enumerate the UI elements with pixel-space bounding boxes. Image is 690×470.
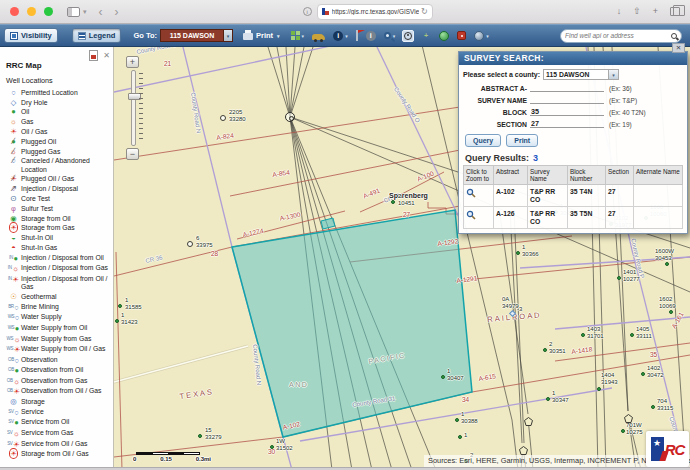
browser-chrome: ▾ ‹ › i https://gis.rrc.texas.gov/GISVie… xyxy=(0,0,690,24)
zoom-to-icon[interactable] xyxy=(464,185,494,207)
table-row[interactable]: A-102T&P RR CO35 T4N27 xyxy=(464,185,683,207)
well-marker[interactable] xyxy=(651,405,655,409)
county-input[interactable] xyxy=(543,69,609,80)
legend-item-label: Sulfur Test xyxy=(21,205,113,213)
globe-green-icon[interactable] xyxy=(438,30,450,42)
close-window-icon[interactable] xyxy=(10,7,19,16)
legend-item: ☀Storage from Oil / Gas xyxy=(0,449,113,459)
visibility-label: Visibility xyxy=(21,31,52,40)
map-label: 34 xyxy=(462,396,469,403)
well-marker[interactable] xyxy=(543,348,547,352)
well-marker[interactable] xyxy=(630,333,634,337)
print-button[interactable]: Print ▾ xyxy=(243,31,280,40)
well-marker[interactable] xyxy=(669,310,673,314)
legend-item-label: Service from Oil / Gas xyxy=(21,440,113,448)
zoom-slider[interactable] xyxy=(131,70,136,146)
find-well-search[interactable] xyxy=(560,29,682,43)
well-marker[interactable] xyxy=(665,262,669,266)
shield-icon[interactable]: i xyxy=(303,7,312,16)
pan-tool-icon[interactable]: + xyxy=(420,30,432,42)
search-icon[interactable] xyxy=(671,33,677,39)
section-input[interactable] xyxy=(530,119,604,128)
county-dropdown-icon[interactable]: ▾ xyxy=(609,69,619,80)
sidebar-toggle-icon[interactable] xyxy=(67,7,80,17)
globe-blue-icon[interactable]: ▾ xyxy=(473,30,490,42)
close-icon[interactable]: ✕ xyxy=(103,52,110,60)
url-text: https://gis.rrc.texas.gov/GISViewer/ xyxy=(332,8,419,15)
share-icon[interactable]: ⇧ xyxy=(633,7,641,16)
new-tab-icon[interactable]: + xyxy=(653,7,658,16)
legend-item-label: Water Supply xyxy=(21,313,113,321)
visibility-button[interactable]: Visibility xyxy=(4,28,58,43)
info-tools-icon[interactable]: i▾ xyxy=(332,30,349,42)
goto-county-input[interactable] xyxy=(160,29,224,42)
well-marker[interactable] xyxy=(198,434,202,438)
minimize-window-icon[interactable] xyxy=(27,7,36,16)
reload-icon[interactable]: ↻ xyxy=(421,7,428,16)
flag-tool-icon[interactable] xyxy=(355,29,359,42)
zoom-window-icon[interactable] xyxy=(44,7,53,16)
field-label: SURVEY NAME xyxy=(463,97,527,104)
county-label: Please select a county: xyxy=(463,71,540,78)
shut-in-oil-icon: ◒ xyxy=(6,234,21,242)
goto-dropdown-icon[interactable]: ▾ xyxy=(224,29,233,42)
well-marker[interactable] xyxy=(441,375,445,379)
legend-icon xyxy=(78,32,86,40)
well-marker[interactable] xyxy=(220,115,226,121)
search-tool-icon[interactable]: ▾ xyxy=(383,31,397,40)
table-row[interactable]: A-126T&P RR CO35 T5N27 xyxy=(464,207,683,229)
well-marker[interactable] xyxy=(624,409,633,427)
downloads-icon[interactable]: ↓ xyxy=(617,7,622,16)
legend-item: SV☀Service from Oil / Gas xyxy=(0,439,113,450)
search-input[interactable] xyxy=(565,32,671,39)
forward-icon[interactable]: › xyxy=(115,7,119,17)
injection-disposal-from-oil-gas-icon: IN☀ xyxy=(6,275,21,284)
zoom-slider-handle[interactable] xyxy=(128,93,141,100)
zoom-out-button[interactable]: − xyxy=(126,148,139,160)
well-marker[interactable] xyxy=(455,418,459,422)
back-icon[interactable]: ‹ xyxy=(99,7,103,17)
basemap-grid-icon[interactable]: ▾ xyxy=(290,30,306,41)
target-tool-icon[interactable] xyxy=(402,30,414,42)
well-marker[interactable] xyxy=(621,429,625,433)
panel-title: SURVEY SEARCH: xyxy=(459,52,687,65)
well-marker[interactable] xyxy=(391,200,395,204)
texas-flag-favicon xyxy=(322,8,329,15)
well-marker[interactable] xyxy=(115,319,119,323)
well-marker[interactable] xyxy=(285,112,295,122)
query-button[interactable]: Query xyxy=(465,134,501,147)
well-label: 230351 xyxy=(549,341,566,355)
zoom-in-button[interactable]: + xyxy=(126,56,139,68)
well-marker[interactable] xyxy=(641,372,645,376)
well-marker[interactable] xyxy=(187,241,193,247)
legend-item-label: Observation from Oil / Gas xyxy=(21,387,113,395)
zoom-to-icon[interactable] xyxy=(464,207,494,229)
well-marker[interactable] xyxy=(581,333,585,337)
panel-close-icon[interactable]: ✕ xyxy=(672,43,685,53)
well-marker[interactable] xyxy=(458,435,462,439)
stop-tool-icon[interactable] xyxy=(456,30,467,41)
abstract-a--input[interactable] xyxy=(530,83,604,92)
chevron-down-icon[interactable]: ▾ xyxy=(83,8,87,16)
panel-print-button[interactable]: Print xyxy=(506,134,538,147)
survey-name-input[interactable] xyxy=(530,95,604,104)
tab-overview-icon[interactable] xyxy=(670,7,680,16)
well-marker[interactable] xyxy=(270,445,274,449)
block-input[interactable] xyxy=(530,107,604,116)
legend-item-label: Shut-In Gas xyxy=(21,244,113,252)
legend-item: ○∕Canceled / Abandoned Location xyxy=(0,157,113,175)
well-marker[interactable] xyxy=(597,387,601,391)
well-marker[interactable] xyxy=(516,251,520,255)
plugged-gas-icon: ☼∕ xyxy=(6,148,21,156)
storage-icon: ◎ xyxy=(6,398,21,406)
identify-icon[interactable]: i xyxy=(365,30,377,42)
well-marker[interactable] xyxy=(524,412,533,430)
well-marker[interactable] xyxy=(118,304,122,308)
address-bar[interactable]: https://gis.rrc.texas.gov/GISViewer/ ↻ xyxy=(317,4,433,20)
vehicle-icon[interactable] xyxy=(311,31,326,41)
export-pdf-icon[interactable] xyxy=(89,50,98,61)
well-marker[interactable] xyxy=(546,397,550,401)
table-cell: T&P RR CO xyxy=(528,185,568,207)
legend-button[interactable]: Legend xyxy=(72,28,122,43)
well-marker[interactable] xyxy=(617,276,621,280)
